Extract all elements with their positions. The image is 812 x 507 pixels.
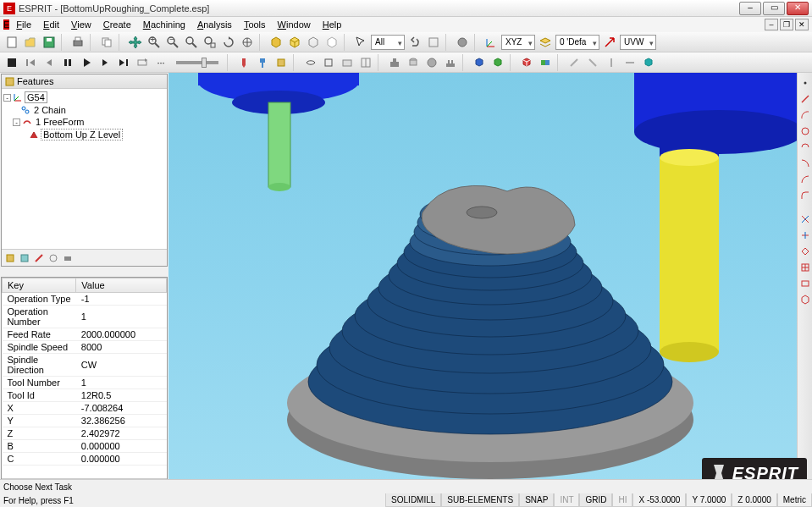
arrow-grey3-icon[interactable] <box>603 54 620 71</box>
feat-btn-3[interactable] <box>32 251 46 265</box>
save-button[interactable] <box>41 34 58 51</box>
mdi-minimize-button[interactable]: – <box>765 19 778 30</box>
cube-green-icon[interactable] <box>489 54 506 71</box>
play-button[interactable] <box>78 54 95 71</box>
next-button[interactable] <box>97 54 113 71</box>
status-hi[interactable]: HI <box>612 493 632 507</box>
hex-icon[interactable] <box>798 293 812 306</box>
speed-slider[interactable] <box>202 58 207 68</box>
arrow-grey2-icon[interactable] <box>584 54 601 71</box>
prop-row[interactable]: Feed Rate2000.000000 <box>3 328 167 341</box>
feat-btn-5[interactable] <box>61 251 75 265</box>
3d-viewport[interactable]: ESPRIT CAD/CAM SOFTWARE <box>168 73 812 493</box>
status-snap[interactable]: SNAP <box>519 493 554 507</box>
col-key[interactable]: Key <box>3 278 76 293</box>
arrow-icon[interactable] <box>601 34 618 51</box>
filter-select[interactable]: All <box>371 35 405 50</box>
feature-tree[interactable]: - G54 2 Chain - 1 FreeForm <box>2 89 167 249</box>
tree-toggle[interactable]: - <box>3 94 11 102</box>
prev-button[interactable] <box>41 54 58 71</box>
cube-multi-icon[interactable] <box>518 54 535 71</box>
view2-icon[interactable] <box>320 54 337 71</box>
tree-operation-selected[interactable]: Bottom Up Z Level <box>3 128 165 141</box>
cube-teal-icon[interactable] <box>640 54 657 71</box>
cube-blue-icon[interactable] <box>471 54 488 71</box>
pause-button[interactable] <box>59 54 76 71</box>
plane-select[interactable]: XYZ <box>501 35 535 50</box>
zoom-in-button[interactable]: + <box>146 34 163 51</box>
arc3-icon[interactable] <box>798 157 812 170</box>
status-units[interactable]: Metric <box>777 493 812 507</box>
new-button[interactable] <box>3 34 20 51</box>
stock-icon[interactable] <box>273 54 290 71</box>
arc-icon[interactable] <box>798 108 812 122</box>
prop-row[interactable]: Operation Number1 <box>3 306 167 328</box>
zoom-fit-button[interactable] <box>202 34 218 51</box>
prop-row[interactable]: Operation Type-1 <box>3 293 167 306</box>
properties-grid[interactable]: Key Value Operation Type-1 Operation Num… <box>2 278 167 478</box>
stop-button[interactable] <box>3 54 20 71</box>
print-button[interactable] <box>69 34 86 51</box>
view3-icon[interactable] <box>339 54 356 71</box>
tree-toggle[interactable]: - <box>13 118 20 126</box>
arrow-grey4-icon[interactable] <box>621 54 638 71</box>
status-sub[interactable]: SUB-ELEMENTS <box>441 493 519 507</box>
sphere-button[interactable] <box>454 34 471 51</box>
prop-row[interactable]: B0.000000 <box>3 440 167 453</box>
copy-button[interactable] <box>98 34 115 51</box>
feat-btn-1[interactable] <box>3 251 17 265</box>
maximize-button[interactable]: ▭ <box>763 2 785 15</box>
zoom-out-button[interactable]: − <box>164 34 181 51</box>
menu-window[interactable]: Window <box>273 19 316 30</box>
compare-icon[interactable] <box>537 54 554 71</box>
open-button[interactable] <box>22 34 39 51</box>
minimize-button[interactable]: – <box>739 2 761 15</box>
machine-icon[interactable] <box>386 54 403 71</box>
trim-icon[interactable] <box>798 212 812 226</box>
line-icon[interactable] <box>798 92 812 106</box>
loop-button[interactable] <box>134 54 151 71</box>
point-icon[interactable] <box>798 76 812 90</box>
rect-icon[interactable] <box>798 277 812 290</box>
menu-file[interactable]: File <box>11 19 36 30</box>
mdi-restore-button[interactable]: ❐ <box>780 19 793 30</box>
layers-icon[interactable] <box>537 34 554 51</box>
redo-button[interactable] <box>425 34 442 51</box>
prop-row[interactable]: Y32.386256 <box>3 415 167 427</box>
feat-btn-4[interactable] <box>47 251 60 265</box>
menu-help[interactable]: Help <box>318 19 347 30</box>
circle-icon[interactable] <box>798 124 812 138</box>
menu-edit[interactable]: Edit <box>38 19 64 30</box>
mdi-app-icon[interactable]: E <box>3 19 9 30</box>
arc4-icon[interactable] <box>798 173 812 186</box>
part-icon[interactable] <box>423 54 440 71</box>
corner-icon[interactable] <box>798 245 812 258</box>
zoom-window-button[interactable] <box>183 34 200 51</box>
arc2-icon[interactable] <box>798 141 812 154</box>
view4-icon[interactable] <box>357 54 374 71</box>
menu-create[interactable]: Create <box>98 19 136 30</box>
tree-chain[interactable]: 2 Chain <box>3 104 165 116</box>
select-button[interactable] <box>352 34 369 51</box>
hidden-button[interactable] <box>305 34 322 51</box>
prop-row[interactable]: Tool Number1 <box>3 377 167 389</box>
col-value[interactable]: Value <box>76 278 167 293</box>
status-int[interactable]: INT <box>554 493 579 507</box>
status-mode[interactable]: SOLIDMILL <box>385 493 441 507</box>
status-grid[interactable]: GRID <box>579 493 612 507</box>
rotate-button[interactable] <box>220 34 237 51</box>
arrow-grey1-icon[interactable] <box>566 54 583 71</box>
prop-row[interactable]: Spindle Speed8000 <box>3 341 167 354</box>
tree-root-g54[interactable]: - G54 <box>3 91 165 104</box>
shaded-button[interactable] <box>268 34 284 51</box>
prop-row[interactable]: C0.000000 <box>3 453 167 466</box>
orbit-button[interactable] <box>239 34 256 51</box>
speed-button[interactable]: ··· <box>152 54 169 71</box>
cylinder-icon[interactable] <box>405 54 422 71</box>
uvw-select[interactable]: UVW <box>620 35 656 50</box>
mdi-close-button[interactable]: ✕ <box>795 19 809 30</box>
menu-analysis[interactable]: Analysis <box>192 19 237 30</box>
tool-icon[interactable] <box>235 54 252 71</box>
prop-row[interactable]: Tool Id12R0.5 <box>3 389 167 402</box>
tree-freeform[interactable]: - 1 FreeForm <box>3 116 165 128</box>
